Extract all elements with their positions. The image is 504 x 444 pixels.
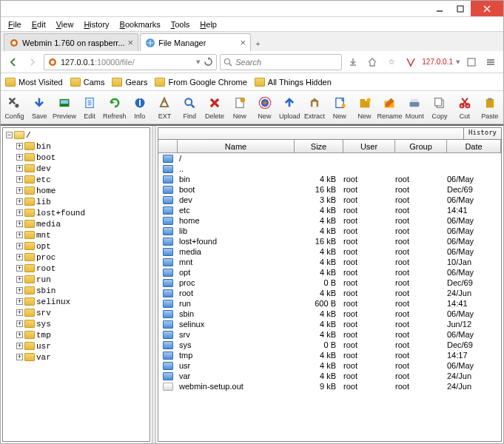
expand-icon[interactable]	[16, 221, 23, 227]
folder-tree[interactable]: /binbootdevetchomeliblost+foundmediamnto…	[2, 127, 150, 442]
expand-icon[interactable]	[16, 343, 23, 349]
menu-icon[interactable]	[483, 54, 499, 70]
tree-item-opt[interactable]: opt	[16, 240, 148, 252]
file-row[interactable]: home4 kBrootroot06/May	[158, 215, 501, 226]
tree-item-proc[interactable]: proc	[16, 252, 148, 263]
tree-item-var[interactable]: var	[16, 352, 148, 363]
file-row[interactable]: selinux4 kBrootrootJun/12	[158, 319, 501, 329]
tree-item-home[interactable]: home	[16, 185, 148, 196]
bookmark-gears[interactable]: Gears	[112, 78, 147, 87]
bookmark-all-things-hidden[interactable]: All Things Hidden	[255, 78, 332, 87]
file-row[interactable]: sys0 BrootrootDec/69	[158, 340, 501, 350]
dropdown-icon[interactable]: ▾	[196, 57, 201, 67]
toolbar-extract[interactable]: Extract	[303, 92, 327, 122]
tree-item-lost+found[interactable]: lost+found	[16, 207, 148, 218]
bookmark-from-google-chrome[interactable]: From Google Chrome	[155, 78, 246, 87]
file-row[interactable]: etc4 kBrootroot14:41	[158, 205, 501, 215]
toolbar-copy[interactable]: Copy	[428, 92, 452, 122]
file-row[interactable]: run600 Brootroot14:41	[158, 298, 501, 309]
col-icon[interactable]	[158, 140, 178, 152]
tree-item-usr[interactable]: usr	[16, 340, 148, 352]
file-row[interactable]: lost+found16 kBrootroot06/May	[158, 236, 501, 246]
new-tab-button[interactable]: +	[252, 36, 263, 51]
file-row[interactable]: dev3 kBrootroot06/May	[158, 195, 501, 205]
search-box[interactable]	[220, 54, 342, 70]
close-button[interactable]	[471, 1, 503, 16]
tree-item-selinux[interactable]: selinux	[16, 296, 148, 307]
expand-icon[interactable]	[16, 198, 23, 205]
file-row[interactable]: lib4 kBrootroot06/May	[158, 226, 501, 236]
ip-indicator[interactable]: 127.0.0.1	[422, 58, 453, 66]
file-row[interactable]: sbin4 kBrootroot06/May	[158, 309, 501, 319]
col-size[interactable]: Size	[295, 140, 343, 152]
bookmark-star-icon[interactable]: ☆	[383, 54, 400, 70]
tree-item-etc[interactable]: etc	[16, 174, 148, 185]
tree-item-sys[interactable]: sys	[16, 318, 148, 329]
toolbar-config[interactable]: Config	[2, 92, 27, 122]
menu-edit[interactable]: Edit	[27, 18, 50, 30]
expand-icon[interactable]	[16, 154, 23, 161]
menu-file[interactable]: File	[4, 18, 26, 30]
file-row[interactable]: webmin-setup.out9 kBrootroot24/Jun	[158, 381, 501, 391]
search-input[interactable]	[235, 58, 338, 67]
expand-icon[interactable]	[16, 309, 23, 316]
file-row[interactable]: tmp4 kBrootroot14:17	[158, 350, 501, 360]
file-row[interactable]: usr4 kBrootroot06/May	[158, 360, 501, 371]
expand-icon[interactable]	[16, 187, 23, 194]
file-row[interactable]: var4 kBrootroot24/Jun	[158, 371, 501, 381]
tree-item-bin[interactable]: bin	[16, 141, 148, 152]
tree-item-media[interactable]: media	[16, 218, 148, 229]
parent-row[interactable]: ..	[158, 164, 501, 174]
back-button[interactable]	[5, 54, 21, 70]
expand-icon[interactable]	[16, 298, 23, 305]
bookmark-cams[interactable]: Cams	[70, 78, 105, 87]
forward-button[interactable]	[24, 54, 41, 70]
col-name[interactable]: Name	[178, 140, 295, 152]
file-row[interactable]: opt4 kBrootroot06/May	[158, 267, 501, 278]
tree-item-run[interactable]: run	[16, 274, 148, 285]
file-row[interactable]: proc0 BrootrootDec/69	[158, 278, 501, 288]
toolbar-new2[interactable]: New	[252, 92, 277, 122]
expand-icon[interactable]	[16, 254, 23, 260]
toolbar-delete[interactable]: Delete	[203, 92, 227, 122]
file-row[interactable]: srv4 kBrootroot06/May	[158, 329, 501, 340]
splitter[interactable]	[152, 126, 156, 443]
expand-icon[interactable]	[16, 243, 23, 249]
file-row[interactable]: media4 kBrootroot06/May	[158, 246, 501, 257]
toolbar-rename[interactable]: Rename	[377, 92, 402, 122]
file-row[interactable]: root4 kBrootroot24/Jun	[158, 288, 501, 298]
tree-item-srv[interactable]: srv	[16, 307, 148, 318]
tree-root[interactable]: /	[6, 130, 148, 141]
file-row[interactable]: boot16 kBrootrootDec/69	[158, 184, 501, 195]
tree-item-sbin[interactable]: sbin	[16, 285, 148, 296]
toolbar-preview[interactable]: Preview	[53, 92, 77, 122]
tab-close-icon[interactable]: ×	[128, 37, 134, 48]
toolbar-new3[interactable]: New	[327, 92, 352, 122]
col-group[interactable]: Group	[395, 140, 447, 152]
toolbar-upload[interactable]: Upload	[278, 92, 302, 122]
address-bar[interactable]: 127.0.0.1:10000/file/ ▾	[44, 54, 217, 70]
download-icon[interactable]	[345, 54, 361, 70]
expand-icon[interactable]	[16, 176, 23, 183]
addon-icon[interactable]	[463, 54, 480, 70]
toolbar-new4[interactable]: New	[352, 92, 377, 122]
minimize-button[interactable]	[429, 1, 450, 16]
toolbar-ext[interactable]: EXT	[152, 92, 177, 122]
toolbar-save[interactable]: Save	[27, 92, 52, 122]
menu-tools[interactable]: Tools	[167, 18, 195, 30]
menu-view[interactable]: View	[52, 18, 78, 30]
reload-icon[interactable]	[204, 57, 213, 67]
tab-0[interactable]: Webmin 1.760 on raspberr...×	[4, 33, 138, 51]
toolbar-cut[interactable]: Cut	[452, 92, 477, 122]
home-icon[interactable]	[364, 54, 380, 70]
tree-item-mnt[interactable]: mnt	[16, 229, 148, 240]
toolbar-refresh[interactable]: Refresh	[102, 92, 127, 122]
collapse-icon[interactable]	[6, 132, 13, 138]
file-list[interactable]: Name Size User Group Date /..bin4 kBroot…	[158, 139, 502, 442]
tree-item-boot[interactable]: boot	[16, 152, 148, 163]
toolbar-edit[interactable]: Edit	[78, 92, 102, 122]
bookmark-most-visited[interactable]: Most Visited	[5, 78, 63, 87]
file-row[interactable]: bin4 kBrootroot06/May	[158, 174, 501, 184]
history-button[interactable]: History	[463, 128, 501, 139]
file-row[interactable]: mnt4 kBrootroot10/Jan	[158, 257, 501, 267]
